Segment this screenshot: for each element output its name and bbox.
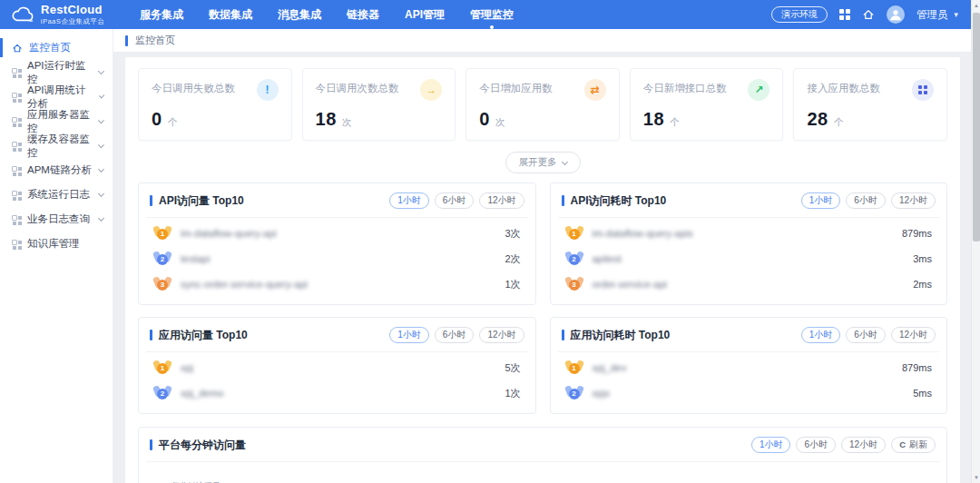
panel-title: 平台每分钟访问量 <box>159 438 246 453</box>
sidebar-item-system-run-logs[interactable]: 系统运行日志 <box>0 182 113 207</box>
top10-row: 1 xpj 5次 <box>150 355 524 380</box>
stat-value: 0 <box>152 109 162 130</box>
medal-rank-1-icon: 1 <box>153 360 172 376</box>
row-value: 879ms <box>902 362 932 373</box>
nav-item-connector[interactable]: 链接器 <box>347 0 379 31</box>
grid-icon <box>12 142 21 151</box>
filter-12h[interactable]: 12小时 <box>479 192 524 209</box>
chevron-down-icon <box>561 158 567 164</box>
navbar-right: 演示环境 管理员 ▾ <box>771 5 958 24</box>
breadcrumb: 监控首页 <box>113 29 971 53</box>
scroll-down-icon[interactable]: ▼ <box>972 472 980 483</box>
top10-row: 1 xpj_dev 879ms <box>562 355 936 380</box>
filter-6h[interactable]: 6小时 <box>846 192 886 209</box>
grid-icon <box>12 93 21 102</box>
app-root: RestCloud iPaaS企业集成平台 服务集成 数据集成 消息集成 链接器… <box>0 0 980 483</box>
filter-1h[interactable]: 1小时 <box>801 192 841 209</box>
medal-rank-2-icon: 2 <box>153 251 172 267</box>
filter-12h[interactable]: 12小时 <box>891 327 936 343</box>
api-name-redacted: im-dataflow-query-api <box>181 228 277 239</box>
medal-rank-1-icon: 1 <box>565 225 583 242</box>
grid-icon <box>12 166 21 175</box>
top10-row: 2 xpj_demo 1次 <box>150 380 524 406</box>
nav-item-message-integration[interactable]: 消息集成 <box>278 0 321 31</box>
brand-subtitle: iPaaS企业集成平台 <box>41 17 105 26</box>
nav-item-management-monitor[interactable]: 管理监控 <box>470 0 514 31</box>
brand[interactable]: RestCloud iPaaS企业集成平台 <box>9 4 120 26</box>
panel-platform-per-minute-visits: 平台每分钟访问量 1小时 6小时 12小时 C 刷新 每分钟访问量 2 <box>138 427 947 483</box>
sidebar-item-cache-container-monitor[interactable]: 缓存及容器监控 <box>0 133 113 158</box>
nav-item-data-integration[interactable]: 数据集成 <box>209 0 252 31</box>
chevron-down-icon <box>98 117 104 123</box>
home-icon <box>12 43 23 54</box>
row-value: 1次 <box>505 278 520 291</box>
sidebar-item-api-call-stats[interactable]: API调用统计分析 <box>0 84 113 109</box>
filter-6h[interactable]: 6小时 <box>796 437 836 453</box>
grid-icon <box>12 215 21 224</box>
top10-grid: API访问量 Top10 1小时 6小时 12小时 1 im-dataflow-… <box>138 182 947 414</box>
api-name-redacted: apitest <box>593 253 622 264</box>
app-name-redacted: xpj <box>181 362 193 373</box>
filter-6h[interactable]: 6小时 <box>435 327 475 343</box>
sidebar-item-monitor-home[interactable]: 监控首页 <box>0 35 113 60</box>
sidebar-item-app-server-monitor[interactable]: 应用服务器监控 <box>0 109 113 133</box>
medal-rank-2-icon: 2 <box>153 385 172 401</box>
apps-grid-icon[interactable] <box>839 9 850 20</box>
trend-up-icon: ↗ <box>748 79 769 101</box>
env-badge[interactable]: 演示环境 <box>771 6 828 23</box>
sidebar-item-apm-trace-analysis[interactable]: APM链路分析 <box>0 158 113 182</box>
row-value: 5ms <box>913 388 932 399</box>
filter-1h[interactable]: 1小时 <box>751 437 791 453</box>
scroll-up-icon[interactable]: ▲ <box>972 0 980 11</box>
arrow-right-icon: → <box>420 79 442 101</box>
top-navbar: RestCloud iPaaS企业集成平台 服务集成 数据集成 消息集成 链接器… <box>0 0 971 29</box>
sidebar-item-business-log-query[interactable]: 业务日志查询 <box>0 207 113 232</box>
medal-rank-1-icon: 1 <box>153 225 172 242</box>
app-name-redacted: xpj_demo <box>181 388 224 399</box>
sidebar-item-knowledge-base[interactable]: 知识库管理 <box>0 232 113 256</box>
stat-value: 0 <box>479 109 490 130</box>
user-name[interactable]: 管理员 <box>916 8 948 22</box>
filter-6h[interactable]: 6小时 <box>435 192 475 209</box>
top10-row: 3 order-service-api 2ms <box>562 271 936 297</box>
panel-title: 应用访问耗时 Top10 <box>571 328 671 343</box>
refresh-button[interactable]: C 刷新 <box>891 437 936 453</box>
chevron-down-icon <box>98 142 104 148</box>
scrollbar[interactable]: ▲ ▼ <box>971 0 980 483</box>
chevron-down-icon <box>98 68 104 74</box>
expand-more-button[interactable]: 展开更多 <box>505 152 581 173</box>
nav-menu: 服务集成 数据集成 消息集成 链接器 API管理 管理监控 <box>140 0 514 31</box>
nav-item-api-management[interactable]: API管理 <box>405 0 445 31</box>
sidebar-item-api-runtime-monitor[interactable]: API运行时监控 <box>0 60 113 84</box>
filter-1h[interactable]: 1小时 <box>389 327 429 343</box>
medal-rank-3-icon: 3 <box>565 276 583 292</box>
avatar[interactable] <box>887 5 905 24</box>
stat-card-total-calls: 今日调用次数总数 → 18次 <box>302 68 456 141</box>
panel-api-latency-top10: API访问耗时 Top10 1小时 6小时 12小时 1 im-dataflow… <box>550 182 948 305</box>
filter-12h[interactable]: 12小时 <box>841 437 886 453</box>
medal-rank-3-icon: 3 <box>153 276 172 292</box>
filter-12h[interactable]: 12小时 <box>479 327 524 343</box>
scrollbar-thumb[interactable] <box>973 13 980 242</box>
home-icon[interactable] <box>862 8 875 21</box>
chevron-down-icon <box>98 165 104 172</box>
line-chart: 每分钟访问量 2 <box>150 465 936 483</box>
top10-row: 3 sync-order-service-query-api 1次 <box>150 271 524 297</box>
filter-1h[interactable]: 1小时 <box>389 192 429 209</box>
stat-card-failed-calls: 今日调用失败总数 ! 0个 <box>138 68 292 141</box>
api-name-redacted: sync-order-service-query-api <box>181 279 308 290</box>
top10-row: 2 testapi 2次 <box>150 246 524 271</box>
filter-6h[interactable]: 6小时 <box>846 327 886 343</box>
api-name-redacted: im-dataflow-query-apis <box>593 228 693 239</box>
filter-12h[interactable]: 12小时 <box>891 192 936 209</box>
filter-1h[interactable]: 1小时 <box>801 327 841 343</box>
stat-card-connected-apps: 接入应用数总数 28个 <box>793 68 947 141</box>
grid-icon <box>12 117 21 126</box>
row-value: 3次 <box>505 227 520 241</box>
sidebar: 监控首页 API运行时监控 API调用统计分析 应用服务器监控 缓存及容器监控 … <box>0 29 113 483</box>
brand-name: RestCloud <box>41 4 105 15</box>
nav-item-service-integration[interactable]: 服务集成 <box>140 0 183 31</box>
swap-arrows-icon: ⇄ <box>584 79 606 101</box>
stat-card-new-apis-today: 今日新增接口总数 ↗ 18个 <box>630 68 784 141</box>
grid-icon <box>12 191 21 200</box>
